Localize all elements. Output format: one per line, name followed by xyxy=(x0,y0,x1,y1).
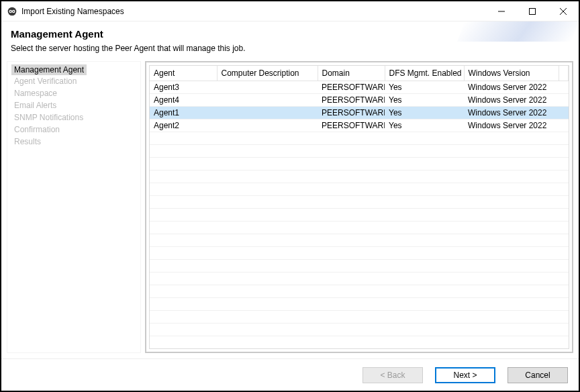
col-header-pad xyxy=(559,66,569,81)
cell-dfs: Yes xyxy=(385,107,464,119)
table-row-empty xyxy=(150,324,569,336)
table-row-empty xyxy=(150,273,569,285)
next-button[interactable]: Next > xyxy=(435,367,495,383)
table-row-empty xyxy=(150,209,569,222)
cell-domain: PEERSOFTWARE xyxy=(318,94,385,107)
agents-table-wrap: Agent Computer Description Domain DFS Mg… xyxy=(149,65,569,349)
cell-win: Windows Server 2022 xyxy=(464,119,559,132)
cell-win: Windows Server 2022 xyxy=(464,94,559,107)
svg-point-4 xyxy=(13,11,14,12)
window-controls xyxy=(486,1,579,21)
table-row[interactable]: Agent1PEERSOFTWAREYesWindows Server 2022 xyxy=(150,107,569,119)
svg-rect-6 xyxy=(530,8,536,14)
table-row-empty xyxy=(150,247,569,260)
page-title: Management Agent xyxy=(11,28,569,40)
cell-desc xyxy=(217,119,318,132)
cell-pad xyxy=(559,107,569,119)
title-bar: Import Existing Namespaces xyxy=(1,1,579,21)
table-row-empty xyxy=(150,260,569,273)
table-row-empty xyxy=(150,145,569,158)
wizard-step-item: Confirmation xyxy=(7,124,140,136)
close-button[interactable] xyxy=(548,1,579,21)
cancel-button[interactable]: Cancel xyxy=(508,367,568,383)
cell-pad xyxy=(559,81,569,94)
cell-agent: Agent2 xyxy=(150,119,217,132)
col-header-agent[interactable]: Agent xyxy=(150,66,217,81)
table-row-empty xyxy=(150,285,569,298)
wizard-step-item: Results xyxy=(7,136,140,148)
cell-desc xyxy=(217,94,318,107)
wizard-body: Management AgentAgent VerificationNamesp… xyxy=(1,61,579,358)
table-row-empty xyxy=(150,336,569,349)
table-row-empty xyxy=(150,132,569,145)
col-header-dfs[interactable]: DFS Mgmt. Enabled xyxy=(385,66,464,81)
table-row-empty xyxy=(150,196,569,209)
table-row[interactable]: Agent2PEERSOFTWAREYesWindows Server 2022 xyxy=(150,119,569,132)
table-row-empty xyxy=(150,311,569,324)
cell-domain: PEERSOFTWARE xyxy=(318,119,385,132)
table-row-empty xyxy=(150,170,569,183)
col-header-domain[interactable]: Domain xyxy=(318,66,385,81)
wizard-footer: < Back Next > Cancel xyxy=(1,358,579,391)
cell-dfs: Yes xyxy=(385,81,464,94)
cell-agent: Agent4 xyxy=(150,94,217,107)
svg-point-3 xyxy=(10,11,11,12)
cell-domain: PEERSOFTWARE xyxy=(318,81,385,94)
wizard-step-item: Namespace xyxy=(7,87,140,99)
wizard-step-item: Agent Verification xyxy=(7,75,140,87)
app-icon xyxy=(7,6,17,17)
wizard-step-item: SNMP Notifications xyxy=(7,111,140,124)
cell-pad xyxy=(559,94,569,107)
cell-desc xyxy=(217,81,318,94)
maximize-button[interactable] xyxy=(517,1,548,21)
agents-table[interactable]: Agent Computer Description Domain DFS Mg… xyxy=(150,66,569,349)
cell-win: Windows Server 2022 xyxy=(464,107,559,119)
window-title: Import Existing Namespaces xyxy=(21,7,124,16)
cell-pad xyxy=(559,119,569,132)
table-row-empty xyxy=(150,158,569,170)
table-row[interactable]: Agent3PEERSOFTWAREYesWindows Server 2022 xyxy=(150,81,569,94)
wizard-header: Management Agent Select the server hosti… xyxy=(1,21,579,61)
wizard-steps-sidebar: Management AgentAgent VerificationNamesp… xyxy=(7,61,141,353)
cell-agent: Agent3 xyxy=(150,81,217,94)
table-row-empty xyxy=(150,222,569,234)
table-header-row: Agent Computer Description Domain DFS Mg… xyxy=(150,66,569,81)
col-header-win[interactable]: Windows Version xyxy=(464,66,559,81)
table-row[interactable]: Agent4PEERSOFTWAREYesWindows Server 2022 xyxy=(150,94,569,107)
wizard-step-item: Email Alerts xyxy=(7,99,140,111)
cell-domain: PEERSOFTWARE xyxy=(318,107,385,119)
cell-win: Windows Server 2022 xyxy=(464,81,559,94)
table-row-empty xyxy=(150,183,569,196)
minimize-button[interactable] xyxy=(486,1,517,21)
col-header-desc[interactable]: Computer Description xyxy=(217,66,318,81)
page-subtitle: Select the server hosting the Peer Agent… xyxy=(11,44,569,53)
wizard-step-item[interactable]: Management Agent xyxy=(11,64,87,75)
wizard-content: Agent Computer Description Domain DFS Mg… xyxy=(145,61,573,353)
cell-desc xyxy=(217,107,318,119)
cell-agent: Agent1 xyxy=(150,107,217,119)
cell-dfs: Yes xyxy=(385,119,464,132)
table-row-empty xyxy=(150,234,569,247)
cell-dfs: Yes xyxy=(385,94,464,107)
back-button: < Back xyxy=(362,367,423,383)
table-row-empty xyxy=(150,298,569,311)
